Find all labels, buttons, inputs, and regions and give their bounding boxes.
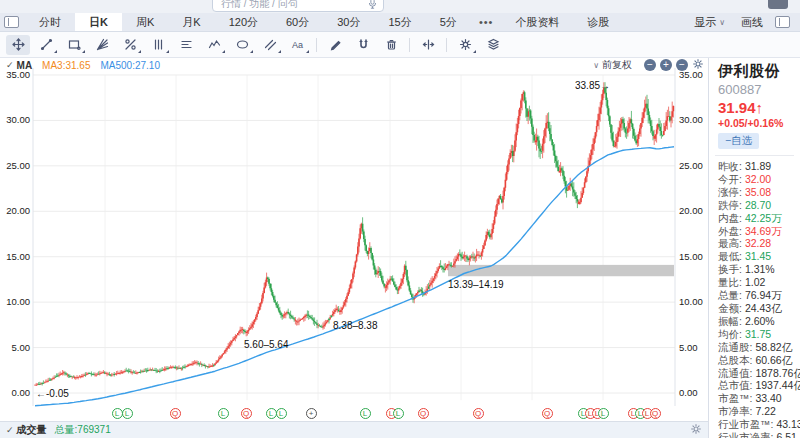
draw-line-button[interactable]: 画线 [733, 13, 771, 31]
y-tick-label: 5.00 [679, 342, 709, 353]
volume-check-icon[interactable]: ✓ [6, 425, 14, 435]
zoom-out-button[interactable]: − [644, 59, 656, 71]
event-marker-plus[interactable]: + [306, 408, 317, 419]
quote-field: 昨收:31.89 [718, 160, 794, 173]
y-tick-label: 30.00 [679, 114, 709, 125]
event-marker-l[interactable]: L [598, 408, 609, 419]
price-annotation: 8.38–8.38 [333, 320, 378, 331]
move-tool-icon[interactable] [6, 35, 30, 55]
y-tick-label: 15.00 [0, 251, 30, 262]
tab-more[interactable]: ••• [471, 13, 502, 31]
search-input[interactable]: 行情 / 功能 / 问句 [212, 0, 384, 12]
sidebar-toggle-icon[interactable] [775, 16, 790, 28]
window-corner-button[interactable] [768, 0, 788, 9]
layout-toggle-icon[interactable] [4, 16, 19, 28]
y-tick-label: 10.00 [0, 296, 30, 307]
y-tick-label: 30.00 [0, 114, 30, 125]
pencil-tool-icon[interactable] [323, 35, 347, 55]
tab-15min[interactable]: 15分 [375, 13, 426, 31]
ellipse-tool-icon[interactable] [230, 35, 254, 55]
text-tool-icon[interactable]: Aa [286, 35, 310, 55]
fib-retracement-tool-icon[interactable] [174, 35, 198, 55]
settings-gear-icon[interactable] [453, 35, 477, 55]
quote-field: 振幅:2.60% [718, 315, 794, 328]
quote-field: 涨停:35.08 [718, 186, 794, 199]
tab-stock-info[interactable]: 个股资料 [501, 13, 573, 31]
ma-label[interactable]: MA [17, 60, 33, 71]
tab-30min[interactable]: 30分 [323, 13, 374, 31]
quote-field: 金额:24.43亿 [718, 302, 794, 315]
remove-watchlist-button[interactable]: −自选 [718, 133, 759, 149]
quote-field: 内盘:42.25万 [718, 212, 794, 225]
event-marker-l[interactable]: L [360, 408, 371, 419]
trash-tool-icon[interactable] [379, 35, 403, 55]
layers-icon[interactable] [481, 35, 505, 55]
volume-settings-gear-icon[interactable] [690, 423, 702, 437]
tab-120min[interactable]: 120分 [215, 13, 272, 31]
event-marker-l[interactable]: L [266, 408, 277, 419]
tab-60min[interactable]: 60分 [272, 13, 323, 31]
y-tick-label: 25.00 [0, 160, 30, 171]
toolbar-separator [446, 38, 447, 52]
stock-change: +0.05/+0.16% [718, 117, 794, 129]
display-menu-button[interactable]: 显示 ∨ [686, 13, 733, 31]
y-tick-label: 15.00 [679, 251, 709, 262]
magnet-tool-icon[interactable] [351, 35, 375, 55]
y-tick-label: 0.00 [0, 387, 30, 398]
event-marker-q[interactable]: Q [473, 408, 484, 419]
search-placeholder: 行情 / 功能 / 问句 [221, 0, 368, 9]
event-marker-l[interactable]: L [122, 408, 133, 419]
gann-tool-icon[interactable] [118, 35, 142, 55]
quote-field: 总市值:1937.44亿 [718, 379, 794, 392]
kline-chart-area[interactable]: ✓ MA MA3:31.65 MA500:27.10 ∨前复权 − + − 35… [0, 58, 708, 438]
tab-month-k[interactable]: 月K [168, 13, 214, 31]
y-tick-label: 25.00 [679, 160, 709, 171]
event-marker-q[interactable]: Q [650, 408, 661, 419]
event-marker-l[interactable]: L [218, 408, 229, 419]
zoom-reset-button[interactable]: − [676, 59, 688, 71]
y-tick-label: 20.00 [0, 205, 30, 216]
chart-settings-gear-icon[interactable] [692, 58, 704, 72]
vertical-lines-tool-icon[interactable] [146, 35, 170, 55]
event-marker-l[interactable]: L [112, 408, 123, 419]
microphone-icon[interactable] [368, 0, 377, 9]
stock-price: 31.94↑ [718, 99, 794, 116]
ma-check-icon[interactable]: ✓ [6, 60, 14, 70]
tabbar-spacer [623, 13, 686, 31]
price-annotation: 33.85→ [575, 80, 610, 91]
adjust-mode-dropdown[interactable]: ∨前复权 [590, 58, 632, 72]
up-arrow-icon: ↑ [756, 99, 764, 116]
quote-field: 流通股:58.82亿 [718, 341, 794, 354]
event-marker-l[interactable]: L [276, 408, 287, 419]
event-marker-q[interactable]: Q [170, 408, 181, 419]
tab-fenshi[interactable]: 分时 [25, 13, 75, 31]
tab-day-k[interactable]: 日K [75, 13, 122, 31]
ma500-value: MA500:27.10 [100, 60, 160, 71]
fan-lines-tool-icon[interactable] [90, 35, 114, 55]
tab-week-k[interactable]: 周K [122, 13, 168, 31]
quote-field: 最低:31.45 [718, 250, 794, 263]
candlestick-plot[interactable] [0, 58, 708, 410]
event-marker-q[interactable]: Q [542, 408, 553, 419]
y-tick-label: 20.00 [679, 205, 709, 216]
quote-field: 跌停:28.70 [718, 199, 794, 212]
volume-label[interactable]: 成交量 [17, 423, 47, 437]
parallel-channel-tool-icon[interactable] [258, 35, 282, 55]
ma-legend-row: ✓ MA MA3:31.65 MA500:27.10 ∨前复权 − + − [0, 58, 708, 72]
zoom-in-button[interactable]: + [660, 59, 672, 71]
trendline-tool-icon[interactable] [34, 35, 58, 55]
tab-diagnose[interactable]: 诊股 [573, 13, 623, 31]
split-adjust-icon[interactable] [416, 35, 440, 55]
price-annotation: 13.39–14.19 [448, 279, 504, 290]
y-tick-label: 0.00 [679, 387, 709, 398]
tab-5min[interactable]: 5分 [426, 13, 471, 31]
wave-tool-icon[interactable] [202, 35, 226, 55]
event-marker-q[interactable]: Q [418, 408, 429, 419]
quote-field: 行业市净率:6.51 [718, 431, 794, 438]
period-tab-bar: 分时日K周K月K120分60分30分15分5分•••个股资料诊股 显示 ∨ 画线 [0, 13, 800, 32]
event-marker-l[interactable]: L [393, 408, 404, 419]
draw-line-label: 画线 [741, 15, 763, 30]
period-tabs: 分时日K周K月K120分60分30分15分5分•••个股资料诊股 [25, 13, 623, 31]
rectangle-tool-icon[interactable] [62, 35, 86, 55]
event-marker-q[interactable]: Q [241, 408, 252, 419]
